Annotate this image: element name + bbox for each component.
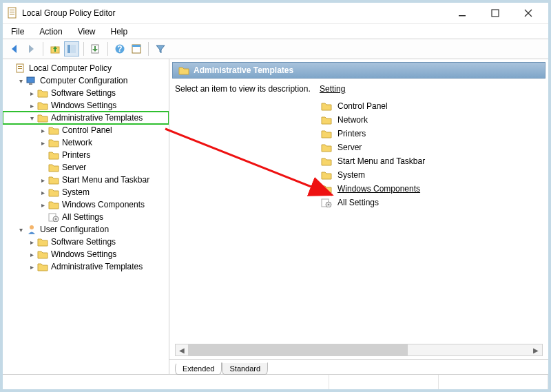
tree-item-administrative-templates[interactable]: ▾Administrative Templates xyxy=(3,112,169,124)
folder-icon xyxy=(321,156,332,167)
up-folder-button[interactable] xyxy=(48,41,63,56)
folder-icon xyxy=(48,149,59,161)
tree-label: Server xyxy=(62,163,86,172)
tree-item-user-configuration[interactable]: ▾User Configuration xyxy=(3,223,169,236)
tree-label: User Configuration xyxy=(40,225,109,234)
chevron-right-icon[interactable]: ▸ xyxy=(28,263,36,271)
menu-view[interactable]: View xyxy=(75,25,98,38)
tree-item-administrative-templates[interactable]: ▸Administrative Templates xyxy=(3,260,169,273)
folder-icon xyxy=(37,261,48,272)
export-list-button[interactable] xyxy=(88,41,103,56)
show-hide-tree-button[interactable] xyxy=(64,41,79,56)
folder-icon xyxy=(321,128,332,139)
chevron-down-icon[interactable]: ▾ xyxy=(28,114,36,122)
chevron-right-icon[interactable]: ▸ xyxy=(39,127,47,134)
tree-label: Administrative Templates xyxy=(51,262,143,271)
svg-rect-19 xyxy=(27,77,34,83)
tree-root[interactable]: ▸Local Computer Policy xyxy=(3,62,169,74)
setting-item-network[interactable]: Network xyxy=(320,113,543,127)
chevron-right-icon[interactable]: ▸ xyxy=(39,176,47,184)
description-column: Select an item to view its description. xyxy=(175,84,320,340)
chevron-right-icon[interactable]: ▸ xyxy=(28,90,36,97)
chevron-right-icon[interactable]: ▸ xyxy=(39,201,47,209)
chevron-down-icon[interactable]: ▾ xyxy=(17,77,25,85)
chevron-right-icon[interactable]: ▸ xyxy=(39,139,47,147)
minimize-button[interactable] xyxy=(452,6,472,21)
tree-item-start-menu-and-taskbar[interactable]: ▸Start Menu and Taskbar xyxy=(3,174,169,186)
details-area: Select an item to view its description. … xyxy=(169,80,548,344)
setting-label: System xyxy=(337,170,365,180)
folder-icon xyxy=(37,236,48,247)
tree-label: All Settings xyxy=(62,212,103,222)
tree-item-windows-settings[interactable]: ▸Windows Settings xyxy=(3,99,169,112)
svg-rect-2 xyxy=(10,12,14,12)
tree-item-windows-settings[interactable]: ▸Windows Settings xyxy=(3,248,169,260)
forward-button[interactable] xyxy=(23,41,39,56)
settings-icon xyxy=(321,197,332,208)
scroll-thumb[interactable] xyxy=(188,344,408,355)
setting-item-printers[interactable]: Printers xyxy=(320,127,543,141)
svg-rect-1 xyxy=(10,10,14,10)
svg-rect-5 xyxy=(492,10,499,17)
close-button[interactable] xyxy=(518,6,539,21)
setting-item-start-menu-and-taskbar[interactable]: Start Menu and Taskbar xyxy=(320,154,543,168)
tree-item-system[interactable]: ▸System xyxy=(3,186,169,198)
menu-file[interactable]: File xyxy=(8,25,27,38)
filter-button[interactable] xyxy=(153,41,168,56)
chevron-right-icon[interactable]: ▸ xyxy=(28,102,36,110)
chevron-right-icon[interactable]: ▸ xyxy=(39,189,47,196)
right-panel: Administrative Templates Select an item … xyxy=(169,59,548,374)
tree-item-control-panel[interactable]: ▸Control Panel xyxy=(3,124,169,136)
tree-item-computer-configuration[interactable]: ▾Computer Configuration xyxy=(3,74,169,87)
toolbar: ? xyxy=(3,39,548,59)
tree-item-network[interactable]: ▸Network xyxy=(3,136,169,149)
tree-label: Windows Settings xyxy=(51,249,116,259)
tree-item-printers[interactable]: ▸Printers xyxy=(3,149,169,161)
tree-item-software-settings[interactable]: ▸Software Settings xyxy=(3,236,169,248)
tab-extended[interactable]: Extended xyxy=(175,362,222,375)
properties-button[interactable] xyxy=(129,41,144,56)
tree-item-server[interactable]: ▸Server xyxy=(3,161,169,174)
setting-label: Server xyxy=(337,143,362,152)
chevron-right-icon[interactable]: ▸ xyxy=(28,238,36,246)
tree-panel[interactable]: ▸Local Computer Policy▾Computer Configur… xyxy=(3,59,169,374)
maximize-button[interactable] xyxy=(485,6,506,21)
panel-header: Administrative Templates xyxy=(172,62,545,79)
setting-item-all-settings[interactable]: All Settings xyxy=(320,196,543,209)
tree-label: Printers xyxy=(62,150,90,160)
tree-label: Computer Configuration xyxy=(40,76,127,85)
svg-rect-17 xyxy=(18,66,22,67)
chevron-right-icon[interactable]: ▸ xyxy=(28,251,36,258)
titlebar: Local Group Policy Editor xyxy=(3,3,548,23)
folder-icon xyxy=(321,114,332,125)
content-area: ▸Local Computer Policy▾Computer Configur… xyxy=(3,59,548,374)
scroll-right-icon[interactable]: ▶ xyxy=(530,347,542,354)
setting-item-control-panel[interactable]: Control Panel xyxy=(320,99,543,113)
back-button[interactable] xyxy=(7,41,22,56)
tree-item-all-settings[interactable]: ▸All Settings xyxy=(3,211,169,223)
folder-icon xyxy=(37,87,48,99)
horizontal-scrollbar[interactable]: ◀ ▶ xyxy=(175,344,543,356)
chevron-down-icon[interactable]: ▾ xyxy=(17,226,25,234)
tree-label: Windows Settings xyxy=(51,101,116,110)
svg-point-23 xyxy=(55,218,57,220)
menu-help[interactable]: Help xyxy=(108,25,131,38)
app-icon xyxy=(7,6,18,20)
tree-label: Software Settings xyxy=(51,237,116,247)
window-title: Local Group Policy Editor xyxy=(22,8,452,18)
scroll-left-icon[interactable]: ◀ xyxy=(176,347,188,354)
setting-item-windows-components[interactable]: Windows Components xyxy=(320,182,543,196)
setting-item-server[interactable]: Server xyxy=(320,141,543,154)
menu-action[interactable]: Action xyxy=(37,25,65,38)
svg-rect-4 xyxy=(459,15,466,17)
tree-item-windows-components[interactable]: ▸Windows Components xyxy=(3,198,169,211)
setting-label: Start Menu and Taskbar xyxy=(337,156,425,166)
tree-item-software-settings[interactable]: ▸Software Settings xyxy=(3,87,169,99)
tab-standard[interactable]: Standard xyxy=(222,362,268,375)
settings-column-header[interactable]: Setting xyxy=(320,84,543,95)
setting-item-system[interactable]: System xyxy=(320,168,543,182)
folder-icon xyxy=(321,142,332,153)
panel-header-text: Administrative Templates xyxy=(194,65,293,75)
folder-icon xyxy=(178,65,189,76)
help-button[interactable]: ? xyxy=(112,41,127,56)
